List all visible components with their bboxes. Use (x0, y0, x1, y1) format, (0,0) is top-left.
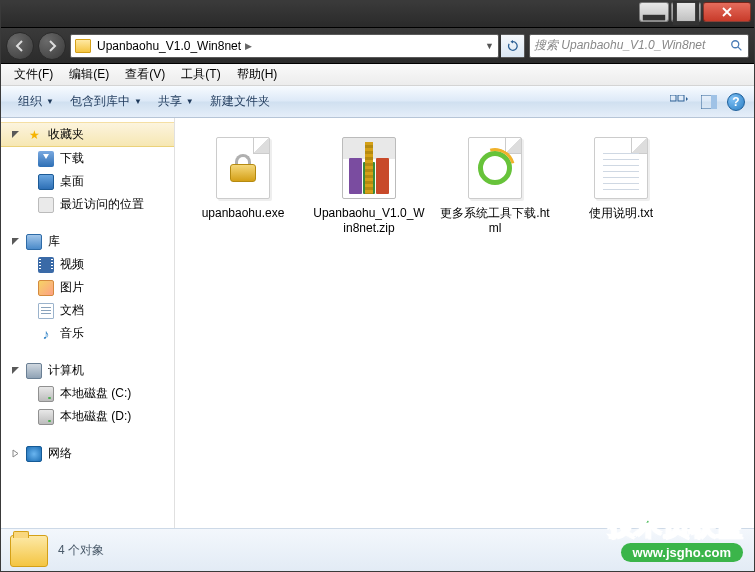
share-label: 共享 (158, 93, 182, 110)
menu-file[interactable]: 文件(F) (6, 64, 61, 85)
drive-icon (38, 409, 54, 425)
svg-rect-6 (711, 95, 717, 109)
title-bar (0, 0, 755, 28)
include-label: 包含到库中 (70, 93, 130, 110)
sidebar-item-label: 文档 (60, 302, 84, 319)
back-button[interactable] (6, 32, 34, 60)
network-label: 网络 (48, 445, 72, 462)
navigation-bar: Upanbaohu_V1.0_Win8net ▶ ▼ 搜索 Upanbaohu_… (0, 28, 755, 64)
sidebar-item-videos[interactable]: 视频 (0, 253, 174, 276)
sidebar-group-computer[interactable]: 计算机 (0, 359, 174, 382)
drive-icon (38, 386, 54, 402)
svg-rect-4 (678, 95, 684, 101)
menu-view[interactable]: 查看(V) (117, 64, 173, 85)
file-item-html[interactable]: 更多系统工具下载.html (435, 130, 555, 242)
music-icon: ♪ (38, 326, 54, 342)
html-icon (463, 136, 527, 200)
library-icon (26, 234, 42, 250)
expand-icon[interactable] (10, 449, 20, 459)
watermark: 技术员联盟 www.jsgho.com (608, 508, 743, 562)
menu-edit[interactable]: 编辑(E) (61, 64, 117, 85)
file-list[interactable]: upanbaohu.exe Upanbaohu_V1.0_Win8net.zip… (175, 118, 755, 528)
menu-tools[interactable]: 工具(T) (173, 64, 228, 85)
sidebar-item-downloads[interactable]: 下载 (0, 147, 174, 170)
explorer-body: ★ 收藏夹 下载 桌面 最近访问的位置 库 (0, 118, 755, 528)
navigation-pane: ★ 收藏夹 下载 桌面 最近访问的位置 库 (0, 118, 175, 528)
menu-bar: 文件(F) 编辑(E) 查看(V) 工具(T) 帮助(H) (0, 64, 755, 86)
window-controls (639, 2, 751, 22)
preview-pane-button[interactable] (697, 91, 721, 113)
sidebar-item-label: 本地磁盘 (D:) (60, 408, 131, 425)
close-button[interactable] (703, 2, 751, 22)
dropdown-icon[interactable]: ▼ (485, 41, 494, 51)
refresh-button[interactable] (501, 34, 525, 58)
share-button[interactable]: 共享 ▼ (150, 90, 202, 113)
include-library-button[interactable]: 包含到库中 ▼ (62, 90, 150, 113)
file-item-zip[interactable]: Upanbaohu_V1.0_Win8net.zip (309, 130, 429, 242)
chevron-down-icon: ▼ (46, 97, 54, 106)
file-name: 更多系统工具下载.html (439, 206, 551, 236)
sidebar-item-pictures[interactable]: 图片 (0, 276, 174, 299)
video-icon (38, 257, 54, 273)
maximize-button[interactable] (671, 2, 701, 22)
sidebar-item-label: 下载 (60, 150, 84, 167)
file-name: Upanbaohu_V1.0_Win8net.zip (313, 206, 425, 236)
document-icon (38, 303, 54, 319)
svg-point-2 (732, 40, 739, 47)
search-input[interactable]: 搜索 Upanbaohu_V1.0_Win8net (529, 34, 749, 58)
object-count: 4 个对象 (58, 542, 104, 559)
collapse-icon[interactable] (10, 237, 20, 247)
download-icon (38, 151, 54, 167)
folder-icon (75, 39, 91, 53)
help-button[interactable]: ? (727, 93, 745, 111)
file-name: 使用说明.txt (589, 206, 653, 221)
file-item-exe[interactable]: upanbaohu.exe (183, 130, 303, 242)
sidebar-group-favorites[interactable]: ★ 收藏夹 (0, 122, 174, 147)
svg-rect-1 (675, 1, 697, 23)
favorites-label: 收藏夹 (48, 126, 84, 143)
desktop-icon (38, 174, 54, 190)
sidebar-item-documents[interactable]: 文档 (0, 299, 174, 322)
file-item-txt[interactable]: 使用说明.txt (561, 130, 681, 242)
sidebar-item-recent[interactable]: 最近访问的位置 (0, 193, 174, 216)
file-name: upanbaohu.exe (202, 206, 285, 221)
organize-button[interactable]: 组织 ▼ (10, 90, 62, 113)
sidebar-item-label: 本地磁盘 (C:) (60, 385, 131, 402)
sidebar-item-label: 视频 (60, 256, 84, 273)
organize-label: 组织 (18, 93, 42, 110)
sidebar-item-desktop[interactable]: 桌面 (0, 170, 174, 193)
sidebar-group-libraries[interactable]: 库 (0, 230, 174, 253)
watermark-url: www.jsgho.com (621, 543, 743, 562)
sidebar-item-label: 音乐 (60, 325, 84, 342)
collapse-icon[interactable] (10, 366, 20, 376)
computer-label: 计算机 (48, 362, 84, 379)
star-icon: ★ (26, 127, 42, 143)
sidebar-group-network[interactable]: 网络 (0, 442, 174, 465)
libraries-label: 库 (48, 233, 60, 250)
picture-icon (38, 280, 54, 296)
view-options-button[interactable] (667, 91, 691, 113)
sidebar-item-label: 图片 (60, 279, 84, 296)
folder-icon (10, 535, 48, 567)
forward-button[interactable] (38, 32, 66, 60)
search-icon (730, 39, 744, 53)
search-placeholder: 搜索 Upanbaohu_V1.0_Win8net (534, 37, 705, 54)
collapse-icon[interactable] (10, 130, 20, 140)
address-bar[interactable]: Upanbaohu_V1.0_Win8net ▶ ▼ (70, 34, 499, 58)
sidebar-item-drive-c[interactable]: 本地磁盘 (C:) (0, 382, 174, 405)
archive-icon (337, 136, 401, 200)
chevron-down-icon: ▼ (134, 97, 142, 106)
sidebar-item-label: 最近访问的位置 (60, 196, 144, 213)
sidebar-item-music[interactable]: ♪ 音乐 (0, 322, 174, 345)
watermark-title: 技术员联盟 (608, 508, 743, 543)
chevron-down-icon: ▼ (186, 97, 194, 106)
new-folder-button[interactable]: 新建文件夹 (202, 90, 278, 113)
recent-icon (38, 197, 54, 213)
svg-rect-0 (643, 15, 665, 21)
sidebar-item-label: 桌面 (60, 173, 84, 190)
sidebar-item-drive-d[interactable]: 本地磁盘 (D:) (0, 405, 174, 428)
minimize-button[interactable] (639, 2, 669, 22)
menu-help[interactable]: 帮助(H) (229, 64, 286, 85)
breadcrumb-item[interactable]: Upanbaohu_V1.0_Win8net (97, 39, 241, 53)
svg-rect-3 (670, 95, 676, 101)
